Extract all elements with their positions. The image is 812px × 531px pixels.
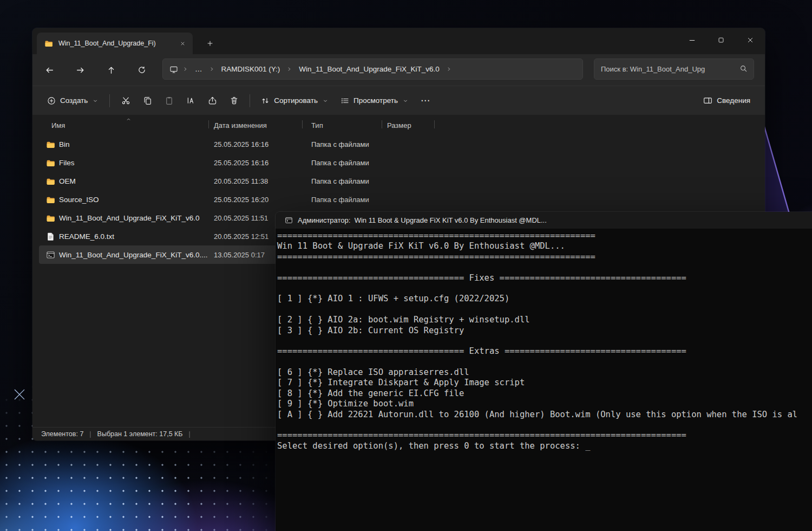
more-dots-icon: ⋯ — [421, 95, 430, 106]
view-label: Просмотреть — [353, 96, 398, 105]
file-name: Win_11_Boot_And_Upgrade_FiX_KiT_v6.0.... — [59, 251, 207, 259]
cmd-icon — [46, 250, 55, 260]
rename-button[interactable] — [180, 91, 201, 111]
details-pane-button[interactable]: Сведения — [697, 91, 756, 111]
address-bar[interactable]: … RAMDISK001 (Y:) Win_11_Boot_And_Upgrad… — [162, 59, 583, 80]
column-divider[interactable] — [302, 120, 303, 128]
folder-icon — [46, 140, 55, 149]
folder-icon — [46, 195, 55, 204]
breadcrumb-overflow[interactable]: … — [193, 64, 205, 74]
folder-icon — [46, 213, 55, 223]
column-divider[interactable] — [208, 120, 209, 128]
tab-strip: Win_11_Boot_And_Upgrade_Fi) — [32, 28, 765, 54]
console-line — [277, 283, 812, 294]
cut-button[interactable] — [115, 91, 136, 111]
chevron-down-icon — [322, 98, 329, 104]
file-name: Win_11_Boot_And_Upgrade_FiX_KiT_v6.0 — [59, 214, 199, 222]
file-name: README_6.0.txt — [59, 232, 114, 241]
file-row[interactable]: Bin25.05.2025 16:16Папка с файлами — [39, 135, 758, 153]
sort-label: Сортировать — [274, 96, 318, 105]
chevron-right-icon — [182, 66, 189, 73]
file-type: Папка с файлами — [311, 159, 387, 167]
search-input[interactable] — [601, 65, 735, 73]
column-divider[interactable] — [434, 120, 435, 128]
breadcrumb-drive[interactable]: RAMDISK001 (Y:) — [219, 64, 283, 74]
console-line: Win 11 Boot & Upgrade FiX KiT v6.0 By En… — [277, 241, 812, 251]
create-button[interactable]: Создать — [41, 91, 104, 111]
refresh-button[interactable] — [132, 60, 152, 80]
console-line: [ 9 ] {*} Optimize boot.wim — [277, 399, 812, 409]
console-line: [ 3 ] { } AIO 2b: Current OS Registry — [277, 326, 812, 336]
item-count: Элементов: 7 — [41, 430, 83, 438]
console-line: ========================================… — [277, 252, 812, 262]
more-options-button[interactable]: ⋯ — [415, 91, 436, 111]
details-label: Сведения — [717, 96, 750, 105]
selection-summary: Выбран 1 элемент: 17,5 КБ — [97, 430, 183, 438]
console-line: [ 2 ] { } AIO 2a: boot.wim Registry + wi… — [277, 315, 812, 325]
desktop: Win_11_Boot_And_Upgrade_Fi) — [0, 0, 812, 531]
new-tab-button[interactable] — [202, 36, 218, 51]
up-button[interactable] — [101, 60, 121, 80]
column-divider[interactable] — [382, 120, 382, 128]
navigation-bar: … RAMDISK001 (Y:) Win_11_Boot_And_Upgrad… — [32, 54, 765, 86]
sort-button[interactable]: Сортировать — [255, 91, 335, 111]
breadcrumb-folder[interactable]: Win_11_Boot_And_Upgrade_FiX_KiT_v6.0 — [297, 64, 441, 74]
folder-icon — [44, 39, 54, 48]
chevron-down-icon — [402, 98, 409, 104]
explorer-tab[interactable]: Win_11_Boot_And_Upgrade_Fi) — [37, 33, 193, 54]
toolbar-separator — [109, 94, 110, 107]
column-header-date[interactable]: Дата изменения — [214, 121, 311, 129]
console-line: ===================================== Ex… — [277, 346, 812, 357]
file-row[interactable]: Source_ISO25.05.2025 16:20Папка с файлам… — [39, 190, 758, 209]
file-row[interactable]: OEM20.05.2025 11:38Папка с файлами — [39, 172, 758, 190]
file-date: 20.05.2025 11:38 — [214, 177, 311, 185]
back-button[interactable] — [40, 60, 59, 80]
file-date: 25.05.2025 16:16 — [214, 140, 311, 148]
create-label: Создать — [60, 96, 88, 105]
details-pane-icon — [703, 96, 712, 105]
file-name: Source_ISO — [59, 196, 99, 204]
folder-icon — [46, 177, 55, 186]
chevron-right-icon — [286, 66, 293, 73]
chevron-down-icon — [92, 98, 99, 104]
status-divider: | — [89, 430, 91, 438]
column-header-name[interactable]: Имя — [51, 121, 214, 129]
sort-ascending-icon — [126, 116, 132, 122]
console-titlebar[interactable]: Администратор: Win 11 Boot & Upgrade FiX… — [276, 212, 812, 229]
console-output[interactable]: ========================================… — [276, 229, 812, 531]
file-type: Папка с файлами — [311, 177, 387, 185]
sort-icon — [261, 96, 270, 105]
file-row[interactable]: Files25.05.2025 16:16Папка с файлами — [39, 153, 758, 172]
cmd-icon — [285, 216, 293, 224]
column-header-type[interactable]: Тип — [311, 121, 387, 129]
close-button[interactable] — [736, 28, 765, 52]
list-view-icon — [340, 96, 349, 105]
maximize-button[interactable] — [706, 28, 736, 52]
tab-close-icon[interactable] — [176, 37, 188, 49]
toolbar-separator — [250, 94, 250, 107]
console-line — [277, 420, 812, 430]
search-box[interactable] — [594, 59, 754, 80]
console-line: [ A ] { } Add 22621 Autorun.dll to 26100… — [277, 410, 812, 420]
column-header-size[interactable]: Размер — [387, 121, 441, 129]
copy-button[interactable] — [136, 91, 158, 111]
column-headers: Имя Дата изменения Тип Размер — [39, 116, 758, 134]
file-date: 25.05.2025 16:16 — [214, 159, 311, 167]
delete-button[interactable] — [223, 91, 245, 111]
console-line: Select desired option(s), then press 0 t… — [277, 441, 812, 451]
console-line: ========================================… — [277, 430, 812, 441]
console-window[interactable]: Администратор: Win 11 Boot & Upgrade FiX… — [276, 212, 812, 531]
view-button[interactable]: Просмотреть — [335, 91, 415, 111]
paste-button[interactable] — [158, 91, 180, 111]
console-line: ===================================== Fi… — [277, 273, 812, 283]
tab-title: Win_11_Boot_And_Upgrade_Fi) — [58, 40, 172, 47]
share-button[interactable] — [201, 91, 223, 111]
status-divider: | — [189, 430, 191, 438]
file-name: OEM — [59, 177, 76, 185]
forward-button[interactable] — [70, 60, 90, 80]
file-name: Bin — [59, 140, 70, 148]
file-name: Files — [59, 159, 75, 167]
console-line: [ 7 ] {*} Integrate Diskpart & Apply Ima… — [277, 378, 812, 388]
folder-icon — [46, 158, 55, 167]
minimize-button[interactable] — [677, 28, 706, 52]
